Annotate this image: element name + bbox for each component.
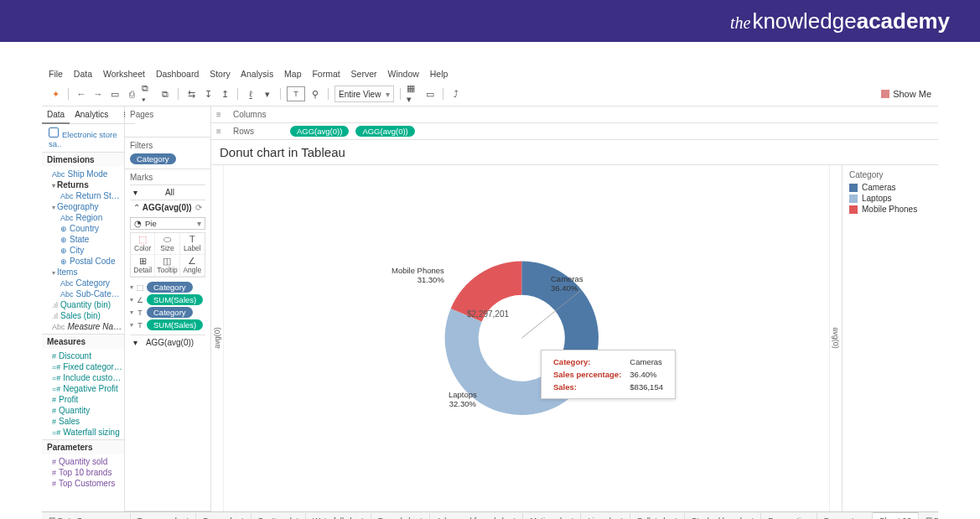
- menu-help[interactable]: Help: [430, 69, 449, 79]
- highlight-icon[interactable]: ℓ: [244, 87, 257, 101]
- present-icon[interactable]: ▭: [423, 87, 437, 101]
- columns-shelf[interactable]: ≡ Columns: [211, 106, 938, 123]
- measure-item[interactable]: =#Waterfall sizing: [47, 427, 124, 438]
- label-icon[interactable]: T: [287, 86, 305, 101]
- marks-all-section[interactable]: ▾All: [130, 184, 205, 200]
- applied-pill[interactable]: Category: [147, 282, 193, 293]
- dimension-item[interactable]: ⊕City: [47, 245, 124, 256]
- save-icon[interactable]: ▭: [108, 87, 122, 101]
- marks-tooltip-button[interactable]: ◫Tooltip: [155, 255, 179, 277]
- pages-shelf[interactable]: Pages: [125, 106, 210, 138]
- new-sheet-icon[interactable]: ⧉ ▾: [142, 87, 155, 101]
- dimension-item[interactable]: ▾Geography: [47, 201, 124, 212]
- menu-story[interactable]: Story: [210, 69, 231, 79]
- sheet-tab[interactable]: Bullet chart: [630, 513, 685, 519]
- dimension-item[interactable]: AbcSub-Category: [47, 288, 124, 299]
- row-pill-agg2[interactable]: AGG(avg(0)): [355, 126, 414, 137]
- applied-pill[interactable]: Category: [147, 307, 193, 318]
- marks-detail-button[interactable]: ⊞Detail: [131, 255, 155, 277]
- rows-shelf[interactable]: ≡ Rows AGG(avg(0)) AGG(avg(0)): [211, 123, 938, 140]
- donut-chart[interactable]: [224, 165, 829, 511]
- parameter-item[interactable]: #Quantity sold: [47, 456, 124, 467]
- viz-canvas[interactable]: $2,297,201 Cameras36.40% Laptops32.30% M…: [224, 165, 829, 511]
- dimension-item[interactable]: AbcShip Mode: [47, 169, 124, 179]
- filter-pill-category[interactable]: Category: [130, 153, 176, 164]
- chart-title[interactable]: Donut chart in Tableau: [211, 140, 938, 164]
- sheet-tab[interactable]: Parameters: [817, 513, 873, 519]
- show-me-button[interactable]: Show Me: [881, 89, 931, 99]
- parameter-item[interactable]: #Top 10 brands: [47, 467, 124, 478]
- sort-asc-icon[interactable]: ↧: [201, 87, 215, 101]
- dimension-item[interactable]: ⊕Postal Code: [47, 256, 124, 267]
- logo-icon[interactable]: ✦: [49, 87, 62, 101]
- menu-format[interactable]: Format: [312, 69, 340, 79]
- marks-agg-section[interactable]: ⌃ AGG(avg(0))⟳: [130, 200, 205, 215]
- measure-item[interactable]: #Profit: [47, 394, 124, 405]
- parameter-item[interactable]: #Top Customers: [47, 478, 124, 489]
- tab-analytics[interactable]: Analytics: [70, 106, 113, 124]
- measure-item[interactable]: #Quantity: [47, 405, 124, 416]
- dimension-item[interactable]: .ılQuantity (bin): [47, 299, 124, 310]
- duplicate-icon[interactable]: ⧉: [158, 87, 172, 101]
- swap-icon[interactable]: ⇆: [184, 87, 198, 101]
- sheet-tab[interactable]: Forecasting: [761, 513, 817, 519]
- sheet-tab[interactable]: Treemap chart: [131, 513, 196, 519]
- marks-angle-button[interactable]: ∠Angle: [180, 255, 205, 277]
- measure-item[interactable]: #Sales: [47, 416, 124, 427]
- menu-data[interactable]: Data: [74, 69, 92, 79]
- filters-shelf[interactable]: Filters Category: [125, 138, 210, 169]
- share-icon[interactable]: ⤴: [449, 87, 463, 101]
- menu-analysis[interactable]: Analysis: [241, 69, 273, 79]
- applied-pill[interactable]: SUM(Sales): [147, 294, 203, 305]
- sheet-tab[interactable]: Motion chart: [523, 513, 581, 519]
- row-pill-agg1[interactable]: AGG(avg(0)): [290, 126, 349, 137]
- view-fit-select[interactable]: Entire View ▾: [334, 86, 394, 102]
- sort-desc-icon[interactable]: ↥: [218, 87, 231, 101]
- menu-worksheet[interactable]: Worksheet: [103, 69, 145, 79]
- tab-dashboard-1[interactable]: ⊞Dashboard 1: [919, 513, 938, 519]
- cards-icon[interactable]: ▦ ▾: [407, 87, 420, 101]
- mark-type-select[interactable]: ◔Pie▾: [130, 217, 205, 230]
- dimension-item[interactable]: AbcReturn Status: [47, 190, 124, 201]
- dimension-item[interactable]: AbcRegion: [47, 212, 124, 223]
- dimension-item[interactable]: ⊕Country: [47, 223, 124, 234]
- menu-server[interactable]: Server: [351, 69, 377, 79]
- marks-label-button[interactable]: TLabel: [180, 233, 205, 255]
- dimension-item[interactable]: ▾Items: [47, 267, 124, 278]
- sheet-tab[interactable]: Advanced funnel chart: [430, 513, 524, 519]
- applied-pill[interactable]: SUM(Sales): [147, 319, 203, 330]
- menu-file[interactable]: File: [49, 69, 63, 79]
- sheet-tab[interactable]: Stacked bar chart: [685, 513, 761, 519]
- measure-item[interactable]: #Discount: [47, 350, 124, 361]
- menu-map[interactable]: Map: [284, 69, 301, 79]
- dimension-item[interactable]: ⊕State: [47, 234, 124, 245]
- tab-data[interactable]: Data: [42, 106, 70, 124]
- measure-item[interactable]: =#Include customer..: [47, 372, 124, 383]
- pin-icon[interactable]: ⚲: [309, 87, 322, 101]
- forward-icon[interactable]: →: [91, 87, 105, 101]
- marks-size-button[interactable]: ⬭Size: [155, 233, 179, 255]
- dimension-item[interactable]: .ılSales (bin): [47, 310, 124, 321]
- tab-sheet-active[interactable]: Sheet 22: [873, 512, 919, 519]
- back-icon[interactable]: ←: [75, 87, 88, 101]
- new-data-icon[interactable]: ⎙: [125, 87, 138, 101]
- legend-item[interactable]: Laptops: [849, 194, 931, 203]
- marks-agg2-section[interactable]: ▾AGG(avg(0)): [130, 335, 205, 350]
- sheet-tab[interactable]: Funnel chart: [371, 513, 430, 519]
- sheet-tab[interactable]: Scatter plot: [251, 513, 306, 519]
- dimension-item[interactable]: AbcCategory: [47, 278, 124, 288]
- sheet-tab[interactable]: Bump chart: [196, 513, 251, 519]
- tab-data-source[interactable]: ⊞Data Source◂: [42, 513, 131, 519]
- dimension-item[interactable]: ▾Returns: [47, 179, 124, 190]
- sheet-tab[interactable]: Waterfall chart: [306, 513, 371, 519]
- menu-dashboard[interactable]: Dashboard: [156, 69, 199, 79]
- legend-item[interactable]: Cameras: [849, 183, 931, 192]
- measure-item[interactable]: =#Fixed category s..: [47, 361, 124, 372]
- dimension-item[interactable]: AbcMeasure Names: [47, 321, 124, 332]
- data-source-item[interactable]: Electronic store sa..: [42, 124, 124, 152]
- group-icon[interactable]: ▾: [261, 87, 274, 101]
- legend-item[interactable]: Mobile Phones: [849, 205, 931, 214]
- measure-item[interactable]: =#Negative Profit: [47, 383, 124, 394]
- sheet-tab[interactable]: Line chart: [581, 513, 630, 519]
- refresh-icon[interactable]: ⟳: [195, 203, 202, 212]
